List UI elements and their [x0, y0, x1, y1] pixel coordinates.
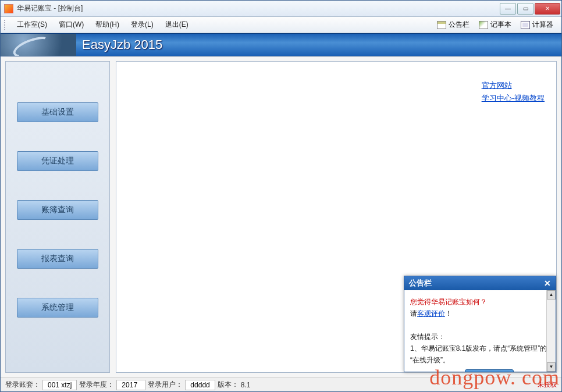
titlebar: 华易记账宝 - [控制台] — ▭ ✕	[1, 1, 561, 17]
sidebar: 基础设置 凭证处理 账簿查询 报表查询 系统管理	[5, 61, 110, 373]
link-learning-center[interactable]: 学习中心-视频教程	[482, 94, 545, 102]
menubar: 工作室(S) 窗口(W) 帮助(H) 登录(L) 退出(E) 公告栏 记事本 计…	[1, 17, 561, 33]
menu-grip	[4, 20, 8, 30]
nav-system[interactable]: 系统管理	[17, 298, 98, 318]
status-user-label: 登录用户：	[148, 380, 183, 390]
minimize-button[interactable]: —	[500, 3, 516, 15]
maximize-button[interactable]: ▭	[517, 3, 533, 15]
statusbar: 登录账套： 001 xtzj 登录年度： 2017 登录用户： ddddd 版本…	[1, 377, 561, 391]
notepad-icon	[479, 21, 488, 29]
scroll-down-icon[interactable]: ▼	[547, 362, 556, 372]
status-account-value: 001 xtzj	[42, 380, 77, 390]
tool-calculator[interactable]: 计算器	[516, 19, 558, 31]
bulletin-tip2: 2、欢迎购买用户 加入QQ 群	[410, 369, 550, 372]
nav-report[interactable]: 报表查询	[17, 249, 98, 269]
calculator-icon	[521, 21, 530, 29]
close-button[interactable]: ✕	[535, 3, 560, 15]
nav-basic-settings[interactable]: 基础设置	[17, 102, 98, 122]
window-title: 华易记账宝 - [控制台]	[17, 3, 499, 13]
tool-notepad-label: 记事本	[490, 20, 511, 30]
bulletin-eval-line: 请客观评价！	[410, 308, 550, 319]
bulletin-tip1: 1、华易记账宝8.1版发布，请点“系统管理”的“在线升级”。	[410, 343, 550, 366]
bulletin-close-icon[interactable]: ✕	[544, 279, 551, 288]
app-icon	[4, 4, 13, 13]
bulletin-eval-link[interactable]: 客观评价	[417, 309, 445, 318]
status-auth: 未授权	[538, 380, 557, 389]
tool-notepad[interactable]: 记事本	[474, 19, 516, 31]
bulletin-body: 您觉得华易记账宝如何？ 请客观评价！ 友情提示： 1、华易记账宝8.1版发布，请…	[404, 290, 556, 372]
menu-exit[interactable]: 退出(E)	[159, 17, 194, 32]
status-version-value: 8.1	[241, 381, 276, 389]
menu-login[interactable]: 登录(L)	[125, 17, 159, 32]
window-buttons: — ▭ ✕	[499, 3, 560, 15]
nav-voucher[interactable]: 凭证处理	[17, 151, 98, 171]
bulletin-panel: 公告栏 ✕ 您觉得华易记账宝如何？ 请客观评价！ 友情提示： 1、华易记账宝8.…	[404, 276, 556, 372]
nav-ledger[interactable]: 账簿查询	[17, 200, 98, 220]
menu-window[interactable]: 窗口(W)	[53, 17, 90, 32]
bulletin-tip-head: 友情提示：	[410, 331, 550, 343]
bulletin-title: 公告栏	[409, 278, 432, 288]
quick-links: 官方网站 学习中心-视频教程	[482, 79, 545, 105]
app-logo	[1, 33, 76, 56]
bulletin-header[interactable]: 公告栏 ✕	[404, 276, 556, 290]
status-year-label: 登录年度：	[79, 380, 114, 390]
menu-workspace[interactable]: 工作室(S)	[11, 17, 53, 32]
status-user-value: ddddd	[185, 380, 215, 390]
app-title: EasyJzb 2015	[82, 37, 162, 52]
bulletin-scrollbar[interactable]: ▲ ▼	[546, 290, 556, 372]
board-icon	[437, 21, 446, 29]
menu-help[interactable]: 帮助(H)	[90, 17, 125, 32]
tool-calculator-label: 计算器	[532, 20, 553, 30]
scroll-up-icon[interactable]: ▲	[547, 290, 556, 300]
status-account-label: 登录账套：	[5, 380, 40, 390]
status-version-label: 版本：	[218, 380, 239, 390]
bulletin-question: 您觉得华易记账宝如何？	[410, 296, 550, 308]
tool-board-label: 公告栏	[449, 20, 469, 30]
tool-board[interactable]: 公告栏	[432, 19, 474, 31]
status-year-value: 2017	[116, 380, 145, 390]
link-official-site[interactable]: 官方网站	[482, 81, 512, 90]
qq-group-button[interactable]: 加入QQ 群	[465, 369, 514, 372]
app-header: EasyJzb 2015	[1, 33, 561, 56]
